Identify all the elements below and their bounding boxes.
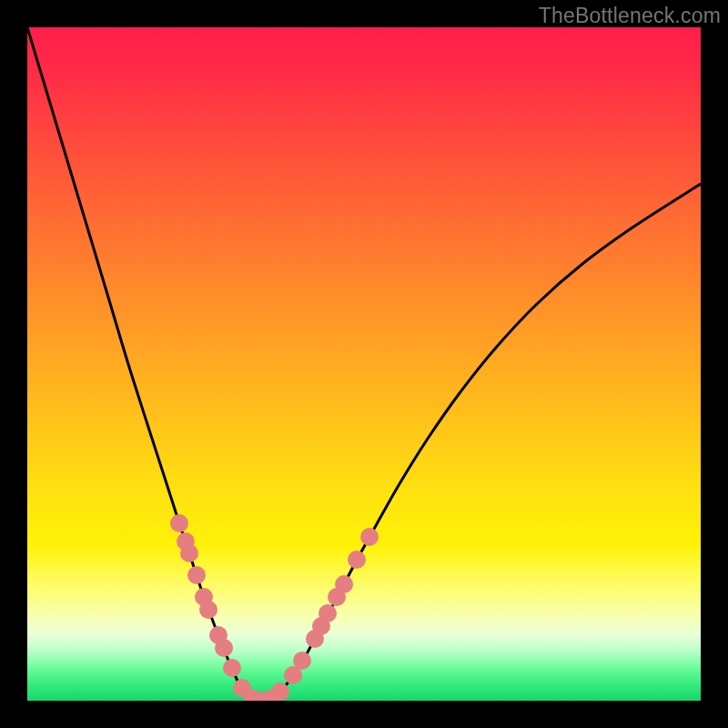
data-marker [348, 551, 366, 569]
data-marker [223, 659, 241, 677]
data-marker [187, 566, 206, 584]
data-marker [199, 601, 217, 619]
data-marker [318, 604, 337, 622]
data-markers-group [170, 514, 379, 701]
bottleneck-curve-path [27, 27, 701, 701]
plot-area [27, 27, 701, 701]
data-marker [271, 682, 289, 701]
data-marker [170, 514, 188, 532]
data-marker [360, 528, 379, 546]
data-marker [180, 544, 198, 562]
data-marker [335, 575, 353, 593]
data-marker [293, 652, 311, 670]
watermark-text: TheBottleneck.com [539, 4, 721, 28]
data-marker [215, 639, 233, 657]
bottleneck-chart [27, 27, 701, 701]
outer-frame: TheBottleneck.com [0, 0, 728, 728]
